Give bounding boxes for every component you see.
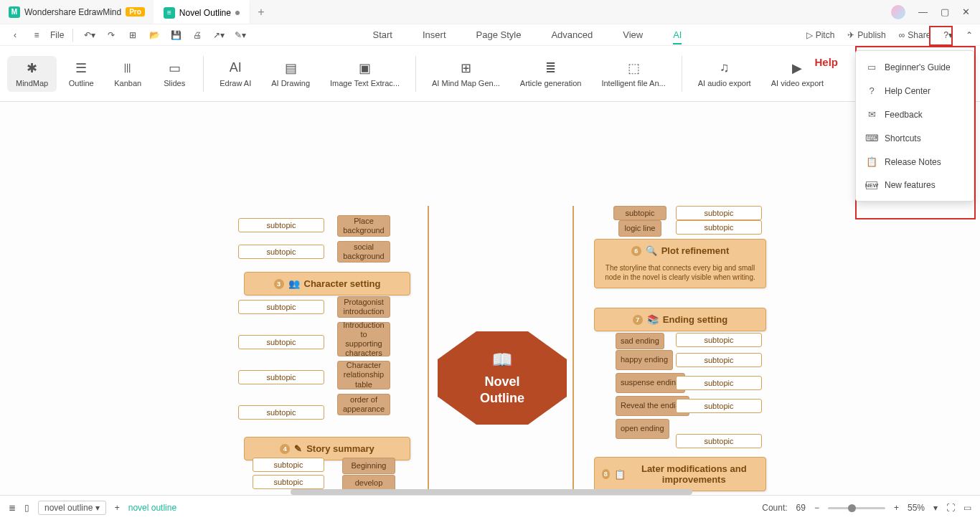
subtopic-develop[interactable]: subtopic (253, 475, 324, 489)
export-button[interactable]: ↗▾ (211, 27, 227, 43)
close-button[interactable]: ✕ (962, 6, 970, 17)
new-icon: NEW (866, 181, 877, 189)
fullscreen-button[interactable]: ⛶ (946, 503, 955, 513)
ribbon-slides[interactable]: ▭Slides (153, 56, 196, 92)
kanban-icon: ⫼ (120, 60, 136, 76)
node-place[interactable]: Place background (337, 215, 390, 237)
file-menu[interactable]: File (50, 30, 64, 40)
count-value: 69 (796, 503, 806, 513)
ribbon-ai-mindmap[interactable]: ⊞AI Mind Map Gen... (423, 56, 509, 92)
ribbon-mindmap[interactable]: ✱MindMap (7, 56, 57, 92)
subtopic-reveal[interactable]: subtopic (676, 399, 762, 413)
zoom-out-button[interactable]: − (814, 503, 819, 513)
menu-start[interactable]: Start (373, 29, 392, 40)
ribbon-img-text[interactable]: ▣Image Text Extrac... (321, 56, 408, 92)
new-button[interactable]: ⊞ (125, 27, 141, 43)
node-logic[interactable]: logic line (618, 220, 661, 237)
subtopic-logic[interactable]: subtopic (676, 220, 762, 235)
subtopic-rel[interactable]: subtopic (238, 370, 324, 384)
menu-ai[interactable]: AI (673, 29, 682, 44)
help-menu-feedback[interactable]: ✉Feedback (856, 103, 974, 126)
horizontal-scrollbar[interactable] (291, 489, 692, 495)
canvas[interactable]: 📖 Novel Outline Place background subtopi… (0, 102, 980, 495)
help-menu-beginners[interactable]: ▭Beginner's Guide (856, 55, 974, 79)
branch-ending[interactable]: 7📚 Ending setting (594, 308, 766, 331)
guide-icon: ▭ (866, 62, 877, 72)
branch-character[interactable]: 3👥 Character setting (244, 272, 410, 296)
save-button[interactable]: 💾 (168, 27, 184, 43)
node-support[interactable]: Introduction to supporting characters (337, 322, 390, 356)
redo-button[interactable]: ↷ (103, 27, 119, 43)
back-button[interactable]: ‹ (7, 27, 23, 43)
node-susp[interactable]: suspense ending (616, 373, 685, 393)
help-menu-release[interactable]: 📋Release Notes (856, 150, 974, 174)
user-avatar[interactable] (891, 5, 905, 19)
sb-panel-icon[interactable]: ▯ (24, 503, 29, 513)
subtopic-happy[interactable]: subtopic (676, 353, 762, 367)
subtopic-open[interactable]: subtopic (676, 434, 762, 448)
zoom-slider[interactable] (828, 507, 885, 509)
node-rel[interactable]: Character relationship table (337, 361, 390, 389)
ribbon-audio[interactable]: ♫AI audio export (689, 56, 760, 92)
subtopic-susp[interactable]: subtopic (676, 376, 762, 390)
center-title-1: Novel (484, 374, 519, 389)
print-button[interactable]: 🖨 (189, 27, 205, 43)
menu-view[interactable]: View (623, 29, 643, 40)
ribbon-edraw-ai[interactable]: AIEdraw AI (211, 56, 260, 92)
sb-outline-icon[interactable]: ≣ (9, 503, 16, 513)
zoom-in-button[interactable]: + (894, 503, 899, 513)
app-name: Wondershare EdrawMind (24, 7, 121, 17)
outline-name[interactable]: novel outline (128, 503, 176, 513)
help-center-icon: ? (866, 85, 877, 96)
menu-advanced[interactable]: Advanced (551, 29, 593, 40)
subtopic-place[interactable]: subtopic (238, 218, 324, 232)
help-menu-center[interactable]: ?Help Center (856, 79, 974, 103)
edit-button[interactable]: ✎▾ (232, 27, 248, 43)
node-protag[interactable]: Protagonist introduction (337, 296, 390, 318)
ribbon-intel-file[interactable]: ⬚Intelligent file An... (593, 56, 674, 92)
node-happy[interactable]: happy ending (616, 350, 673, 370)
branch-later[interactable]: 8📋 Later modifications and improvements (594, 457, 766, 491)
document-tab[interactable]: ≡ Novel Outline (154, 0, 250, 24)
undo-button[interactable]: ↶▾ (82, 27, 98, 43)
template-selector[interactable]: novel outline ▾ (38, 501, 106, 515)
node-social[interactable]: social background (337, 241, 390, 263)
fit-button[interactable]: ▭ (963, 503, 971, 513)
maximize-button[interactable]: ▢ (941, 6, 949, 17)
menu-page-style[interactable]: Page Style (476, 29, 522, 40)
help-menu-new[interactable]: NEWNew features (856, 174, 974, 197)
mindmap-icon: ✱ (24, 60, 40, 76)
subtopic-order[interactable]: subtopic (238, 405, 324, 420)
subtopic-social[interactable]: subtopic (238, 245, 324, 259)
node-begin[interactable]: Beginning (342, 458, 395, 474)
subtopic-sad[interactable]: subtopic (676, 333, 762, 347)
open-button[interactable]: 📂 (146, 27, 162, 43)
ribbon-article[interactable]: ≣Article generation (512, 56, 590, 92)
ribbon-ai-drawing[interactable]: ▤AI Drawing (263, 56, 319, 92)
ribbon-kanban[interactable]: ⫼Kanban (105, 56, 150, 92)
node-topsub[interactable]: subtopic (613, 206, 666, 220)
sb-add-button[interactable]: + (115, 503, 120, 513)
menu-insert[interactable]: Insert (423, 29, 446, 40)
publish-button[interactable]: ✈ Publish (847, 30, 885, 40)
branch-plot[interactable]: 6🔍 Plot refinement The storyline that co… (594, 239, 766, 288)
plot-description: The storyline that connects every big an… (602, 263, 758, 282)
subtopic-protag[interactable]: subtopic (238, 300, 324, 314)
ribbon-outline[interactable]: ☰Outline (60, 56, 103, 92)
node-open[interactable]: open ending (616, 419, 669, 439)
subtopic-begin[interactable]: subtopic (253, 458, 324, 472)
subtopic-top[interactable]: subtopic (676, 206, 762, 220)
feedback-icon: ✉ (866, 109, 877, 120)
node-order[interactable]: order of appearance (337, 394, 390, 415)
new-tab-button[interactable]: + (250, 0, 272, 24)
img-text-icon: ▣ (357, 60, 373, 76)
help-menu-shortcuts[interactable]: ⌨Shortcuts (856, 126, 974, 150)
collapse-ribbon-button[interactable]: ⌃ (966, 30, 973, 40)
node-sad[interactable]: sad ending (616, 333, 664, 349)
share-button[interactable]: ∞ Share (899, 30, 931, 40)
subtopic-support[interactable]: subtopic (238, 335, 324, 349)
minimize-button[interactable]: — (918, 6, 928, 17)
pitch-button[interactable]: ▷ Pitch (806, 30, 835, 40)
center-node[interactable]: 📖 Novel Outline (438, 331, 567, 425)
hamburger-icon[interactable]: ≡ (29, 27, 44, 43)
